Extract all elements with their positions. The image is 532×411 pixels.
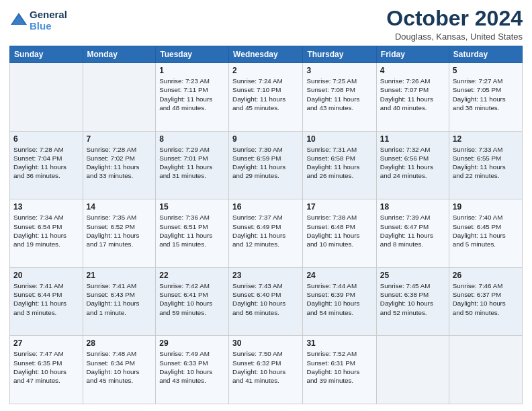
week-row-3: 13Sunrise: 7:34 AM Sunset: 6:54 PM Dayli… xyxy=(10,199,523,268)
day-cell xyxy=(10,63,83,132)
day-info: Sunrise: 7:43 AM Sunset: 6:40 PM Dayligh… xyxy=(232,281,299,317)
day-cell xyxy=(83,63,156,132)
day-cell: 26Sunrise: 7:46 AM Sunset: 6:37 PM Dayli… xyxy=(449,267,522,336)
day-number: 3 xyxy=(306,66,372,75)
day-cell: 6Sunrise: 7:28 AM Sunset: 7:04 PM Daylig… xyxy=(10,131,83,199)
day-info: Sunrise: 7:42 AM Sunset: 6:41 PM Dayligh… xyxy=(159,281,225,317)
logo-text: General Blue xyxy=(30,9,67,32)
day-number: 16 xyxy=(232,202,299,212)
day-cell: 4Sunrise: 7:26 AM Sunset: 7:07 PM Daylig… xyxy=(376,63,449,132)
day-number: 28 xyxy=(87,338,152,348)
day-cell: 8Sunrise: 7:29 AM Sunset: 7:01 PM Daylig… xyxy=(156,131,229,199)
day-number: 8 xyxy=(159,134,225,144)
day-info: Sunrise: 7:37 AM Sunset: 6:49 PM Dayligh… xyxy=(232,213,299,248)
day-number: 31 xyxy=(306,338,372,348)
logo-icon xyxy=(9,11,28,30)
calendar-body: 1Sunrise: 7:23 AM Sunset: 7:11 PM Daylig… xyxy=(10,63,523,404)
title-block: October 2024 Douglass, Kansas, United St… xyxy=(386,7,523,42)
day-number: 22 xyxy=(159,271,225,280)
day-of-week-friday: Friday xyxy=(376,46,449,63)
day-info: Sunrise: 7:39 AM Sunset: 6:47 PM Dayligh… xyxy=(380,213,445,248)
day-cell: 30Sunrise: 7:50 AM Sunset: 6:32 PM Dayli… xyxy=(229,336,303,404)
day-cell: 2Sunrise: 7:24 AM Sunset: 7:10 PM Daylig… xyxy=(229,63,303,132)
week-row-4: 20Sunrise: 7:41 AM Sunset: 6:44 PM Dayli… xyxy=(10,267,523,336)
day-info: Sunrise: 7:35 AM Sunset: 6:52 PM Dayligh… xyxy=(87,213,152,248)
day-number: 30 xyxy=(232,338,299,348)
day-cell: 3Sunrise: 7:25 AM Sunset: 7:08 PM Daylig… xyxy=(303,63,376,132)
day-cell: 9Sunrise: 7:30 AM Sunset: 6:59 PM Daylig… xyxy=(229,131,303,199)
day-info: Sunrise: 7:27 AM Sunset: 7:05 PM Dayligh… xyxy=(453,77,519,112)
day-info: Sunrise: 7:52 AM Sunset: 6:31 PM Dayligh… xyxy=(306,349,372,385)
day-cell: 13Sunrise: 7:34 AM Sunset: 6:54 PM Dayli… xyxy=(10,199,83,268)
day-cell: 27Sunrise: 7:47 AM Sunset: 6:35 PM Dayli… xyxy=(10,336,83,404)
day-info: Sunrise: 7:28 AM Sunset: 7:02 PM Dayligh… xyxy=(87,145,152,181)
day-number: 13 xyxy=(13,202,79,212)
day-cell: 17Sunrise: 7:38 AM Sunset: 6:48 PM Dayli… xyxy=(303,199,376,268)
day-of-week-tuesday: Tuesday xyxy=(156,46,229,63)
day-number: 9 xyxy=(232,134,299,144)
day-info: Sunrise: 7:40 AM Sunset: 6:45 PM Dayligh… xyxy=(453,213,519,248)
day-number: 24 xyxy=(306,271,372,280)
logo: General Blue xyxy=(9,9,67,32)
day-cell: 16Sunrise: 7:37 AM Sunset: 6:49 PM Dayli… xyxy=(229,199,303,268)
day-of-week-thursday: Thursday xyxy=(303,46,376,63)
day-number: 19 xyxy=(453,202,519,212)
day-number: 4 xyxy=(380,66,445,75)
day-number: 2 xyxy=(232,66,299,75)
day-number: 11 xyxy=(380,134,445,144)
day-cell: 22Sunrise: 7:42 AM Sunset: 6:41 PM Dayli… xyxy=(156,267,229,336)
day-cell: 23Sunrise: 7:43 AM Sunset: 6:40 PM Dayli… xyxy=(229,267,303,336)
day-info: Sunrise: 7:23 AM Sunset: 7:11 PM Dayligh… xyxy=(159,77,225,112)
day-number: 7 xyxy=(87,134,152,144)
day-info: Sunrise: 7:29 AM Sunset: 7:01 PM Dayligh… xyxy=(159,145,225,181)
day-of-week-sunday: Sunday xyxy=(10,46,83,63)
day-cell: 28Sunrise: 7:48 AM Sunset: 6:34 PM Dayli… xyxy=(83,336,156,404)
day-cell: 1Sunrise: 7:23 AM Sunset: 7:11 PM Daylig… xyxy=(156,63,229,132)
day-info: Sunrise: 7:31 AM Sunset: 6:58 PM Dayligh… xyxy=(306,145,372,181)
day-info: Sunrise: 7:46 AM Sunset: 6:37 PM Dayligh… xyxy=(453,281,519,317)
day-info: Sunrise: 7:47 AM Sunset: 6:35 PM Dayligh… xyxy=(13,349,79,385)
calendar-header-row: SundayMondayTuesdayWednesdayThursdayFrid… xyxy=(10,46,523,63)
week-row-5: 27Sunrise: 7:47 AM Sunset: 6:35 PM Dayli… xyxy=(10,336,523,404)
day-info: Sunrise: 7:50 AM Sunset: 6:32 PM Dayligh… xyxy=(232,349,299,385)
week-row-1: 1Sunrise: 7:23 AM Sunset: 7:11 PM Daylig… xyxy=(10,63,523,132)
month-title: October 2024 xyxy=(386,7,523,30)
day-cell: 19Sunrise: 7:40 AM Sunset: 6:45 PM Dayli… xyxy=(449,199,522,268)
day-number: 26 xyxy=(453,271,519,280)
day-info: Sunrise: 7:26 AM Sunset: 7:07 PM Dayligh… xyxy=(380,77,445,112)
calendar: SundayMondayTuesdayWednesdayThursdayFrid… xyxy=(9,46,523,404)
day-info: Sunrise: 7:45 AM Sunset: 6:38 PM Dayligh… xyxy=(380,281,445,317)
week-row-2: 6Sunrise: 7:28 AM Sunset: 7:04 PM Daylig… xyxy=(10,131,523,199)
day-cell: 31Sunrise: 7:52 AM Sunset: 6:31 PM Dayli… xyxy=(303,336,376,404)
day-info: Sunrise: 7:25 AM Sunset: 7:08 PM Dayligh… xyxy=(306,77,372,112)
day-number: 18 xyxy=(380,202,445,212)
day-info: Sunrise: 7:32 AM Sunset: 6:56 PM Dayligh… xyxy=(380,145,445,181)
day-number: 12 xyxy=(453,134,519,144)
location: Douglass, Kansas, United States xyxy=(386,32,523,42)
day-number: 21 xyxy=(87,271,152,280)
day-number: 15 xyxy=(159,202,225,212)
day-cell: 24Sunrise: 7:44 AM Sunset: 6:39 PM Dayli… xyxy=(303,267,376,336)
day-number: 14 xyxy=(87,202,152,212)
day-cell: 7Sunrise: 7:28 AM Sunset: 7:02 PM Daylig… xyxy=(83,131,156,199)
day-info: Sunrise: 7:44 AM Sunset: 6:39 PM Dayligh… xyxy=(306,281,372,317)
day-number: 1 xyxy=(159,66,225,75)
day-info: Sunrise: 7:36 AM Sunset: 6:51 PM Dayligh… xyxy=(159,213,225,248)
day-number: 23 xyxy=(232,271,299,280)
header: General Blue October 2024 Douglass, Kans… xyxy=(9,7,523,42)
day-info: Sunrise: 7:24 AM Sunset: 7:10 PM Dayligh… xyxy=(232,77,299,112)
day-cell: 5Sunrise: 7:27 AM Sunset: 7:05 PM Daylig… xyxy=(449,63,522,132)
day-cell xyxy=(376,336,449,404)
day-cell: 29Sunrise: 7:49 AM Sunset: 6:33 PM Dayli… xyxy=(156,336,229,404)
day-number: 10 xyxy=(306,134,372,144)
day-info: Sunrise: 7:34 AM Sunset: 6:54 PM Dayligh… xyxy=(13,213,79,248)
day-number: 27 xyxy=(13,338,79,348)
day-info: Sunrise: 7:28 AM Sunset: 7:04 PM Dayligh… xyxy=(13,145,79,181)
day-cell: 20Sunrise: 7:41 AM Sunset: 6:44 PM Dayli… xyxy=(10,267,83,336)
day-cell: 14Sunrise: 7:35 AM Sunset: 6:52 PM Dayli… xyxy=(83,199,156,268)
day-cell: 18Sunrise: 7:39 AM Sunset: 6:47 PM Dayli… xyxy=(376,199,449,268)
day-number: 5 xyxy=(453,66,519,75)
day-info: Sunrise: 7:38 AM Sunset: 6:48 PM Dayligh… xyxy=(306,213,372,248)
day-of-week-saturday: Saturday xyxy=(449,46,522,63)
page: General Blue October 2024 Douglass, Kans… xyxy=(0,0,532,411)
